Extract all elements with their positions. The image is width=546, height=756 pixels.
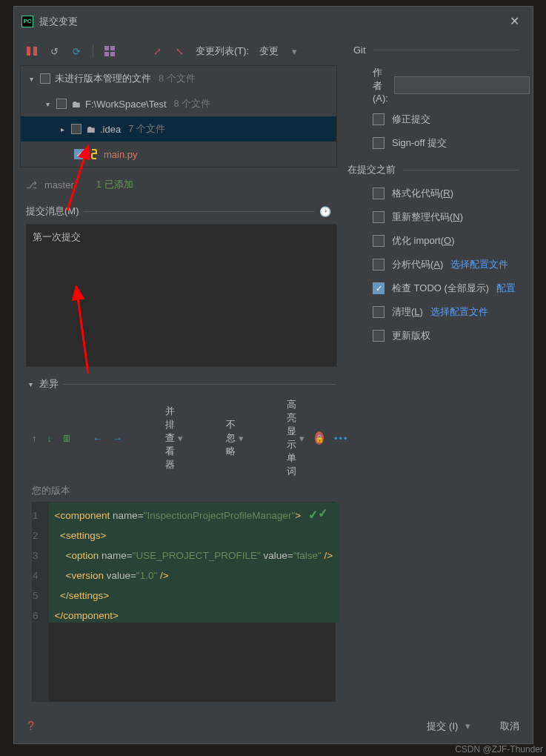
more-icon[interactable]: ••• — [334, 433, 349, 444]
toolbar: ↺ ⟳ ⤢ ⤡ 变更列表(T): 变更 ▾ — [20, 42, 347, 65]
commit-message-text: 第一次提交 — [33, 231, 81, 242]
todo-config-link[interactable]: 配置 — [496, 282, 516, 295]
watermark: CSDN @ZJF-Thunder — [455, 744, 543, 755]
svg-rect-2 — [104, 46, 109, 50]
cleanup-checkbox[interactable] — [373, 306, 384, 318]
commit-button[interactable]: 提交 (I) ▾ — [427, 720, 470, 733]
svg-rect-4 — [104, 52, 109, 56]
help-icon[interactable]: ? — [27, 720, 34, 733]
tree-label: .idea — [100, 124, 121, 135]
changelist-value: 变更 — [259, 44, 279, 58]
diff-header[interactable]: ▾ 差异 — [26, 374, 342, 394]
forward-icon[interactable]: → — [113, 433, 122, 444]
changelist-dropdown[interactable]: 变更列表(T): 变更 ▾ — [196, 44, 297, 58]
changes-tree[interactable]: ▾ 未进行版本管理的文件 8 个文件 ▾ 🖿 F:\WorkSpace\Test… — [20, 65, 337, 168]
lock-icon[interactable]: 🔒 — [315, 431, 324, 445]
group-icon[interactable] — [104, 45, 116, 57]
tree-idea-row[interactable]: ▸ 🖿 .idea 7 个文件 — [21, 116, 336, 142]
reformat-label: 格式化代码(R) — [392, 187, 453, 200]
todo-checkbox[interactable]: ✓ — [373, 282, 384, 294]
signoff-label: Sign-off 提交 — [392, 136, 447, 150]
chevron-down-icon[interactable]: ▾ — [27, 75, 36, 83]
pycharm-icon: PC — [21, 16, 33, 27]
added-count: 1 已添加 — [96, 178, 133, 191]
signoff-checkbox[interactable] — [373, 137, 384, 149]
checkbox[interactable]: ✓ — [74, 149, 84, 159]
code-content: <component name="InspectionProjectProfil… — [49, 503, 339, 701]
check-icon: ✔✔ — [307, 505, 328, 522]
options-panel: Git 作者(A): 修正提交 Sign-off 提交 在提交之前 格式化代码(… — [347, 36, 533, 709]
next-diff-icon[interactable]: ↓ — [47, 433, 53, 444]
branch-icon: ⎇ — [26, 179, 37, 190]
tree-count: 8 个文件 — [174, 97, 211, 110]
checkbox[interactable] — [40, 73, 50, 84]
commit-message-input[interactable]: 第一次提交 — [26, 224, 337, 367]
prev-diff-icon[interactable]: ↑ — [32, 433, 37, 444]
author-input[interactable] — [394, 76, 530, 94]
commit-msg-label: 提交消息(M) — [26, 205, 79, 218]
branch-status: ⎇ master 1 已添加 — [20, 168, 347, 202]
highlight-dropdown[interactable]: 高亮显示单词 ▾ — [287, 398, 304, 478]
diff-label: 差异 — [39, 377, 59, 391]
todo-label: 检查 TODO (全部显示) — [392, 282, 489, 295]
rearrange-label: 重新整理代码(N) — [392, 210, 463, 224]
cleanup-config-link[interactable]: 选择配置文件 — [430, 305, 488, 319]
copyright-checkbox[interactable] — [373, 330, 384, 342]
dialog-title: 提交变更 — [39, 15, 498, 28]
svg-rect-0 — [27, 47, 30, 56]
tree-count: 8 个文件 — [159, 72, 196, 85]
tree-root-row[interactable]: ▾ 未进行版本管理的文件 8 个文件 — [21, 66, 336, 91]
ignore-dropdown[interactable]: 不忽略 ▾ — [226, 418, 244, 458]
amend-checkbox[interactable] — [373, 113, 384, 125]
tree-workspace-row[interactable]: ▾ 🖿 F:\WorkSpace\Test 8 个文件 — [21, 91, 336, 116]
cleanup-label: 清理(L) — [392, 305, 423, 319]
gutter: 123456 — [33, 503, 49, 701]
tree-label: F:\WorkSpace\Test — [85, 99, 167, 110]
revert-icon[interactable]: ↺ — [48, 45, 60, 57]
analyze-checkbox[interactable] — [373, 259, 384, 271]
chevron-right-icon[interactable]: ▸ — [58, 125, 67, 133]
diff-icon[interactable] — [26, 45, 38, 57]
your-version-label: 您的版本 — [26, 483, 342, 499]
titlebar: PC 提交变更 ✕ — [14, 7, 533, 36]
chevron-down-icon[interactable]: ▾ — [26, 380, 35, 388]
folder-icon: 🖿 — [71, 99, 81, 110]
git-section-label: Git — [353, 44, 366, 56]
back-icon[interactable]: ← — [93, 433, 102, 444]
tree-label: main.py — [104, 149, 138, 160]
svg-rect-5 — [110, 52, 115, 56]
reformat-checkbox[interactable] — [373, 188, 384, 199]
branch-name: master — [44, 179, 74, 190]
optimize-label: 优化 import(O) — [392, 234, 455, 248]
viewer-dropdown[interactable]: 并排查看器 ▾ — [165, 405, 183, 471]
collapse-icon[interactable]: ⤡ — [173, 45, 185, 57]
cancel-button[interactable]: 取消 — [500, 720, 519, 733]
file-icon[interactable]: 🗏 — [62, 433, 72, 444]
close-icon[interactable]: ✕ — [504, 11, 525, 31]
commit-dialog: PC 提交变更 ✕ ↺ ⟳ ⤢ ⤡ 变更列表(T): 变更 ▾ — [13, 6, 533, 744]
tree-label: 未进行版本管理的文件 — [55, 72, 151, 85]
before-section-label: 在提交之前 — [347, 163, 396, 176]
history-icon[interactable]: 🕑 — [319, 206, 331, 217]
checkbox[interactable] — [71, 124, 81, 134]
chevron-down-icon[interactable]: ▾ — [43, 100, 52, 108]
divider — [93, 44, 93, 58]
amend-label: 修正提交 — [392, 113, 430, 126]
copyright-label: 更新版权 — [392, 329, 430, 342]
folder-icon: 🖿 — [86, 124, 96, 135]
author-label: 作者(A): — [373, 66, 388, 104]
analyze-label: 分析代码(A) — [392, 258, 443, 271]
tree-main-row[interactable]: ✓ main.py — [21, 142, 336, 167]
checkbox[interactable] — [56, 99, 67, 109]
diff-editor[interactable]: 123456 <component name="InspectionProjec… — [32, 502, 336, 702]
optimize-checkbox[interactable] — [373, 235, 384, 247]
svg-rect-1 — [33, 47, 37, 56]
changelist-label: 变更列表(T): — [196, 44, 249, 58]
expand-icon[interactable]: ⤢ — [151, 45, 163, 57]
refresh-icon[interactable]: ⟳ — [70, 45, 82, 57]
python-icon — [89, 149, 99, 159]
chevron-down-icon: ▾ — [292, 46, 297, 57]
rearrange-checkbox[interactable] — [373, 211, 384, 223]
analyze-config-link[interactable]: 选择配置文件 — [450, 258, 508, 271]
svg-rect-3 — [110, 46, 115, 50]
